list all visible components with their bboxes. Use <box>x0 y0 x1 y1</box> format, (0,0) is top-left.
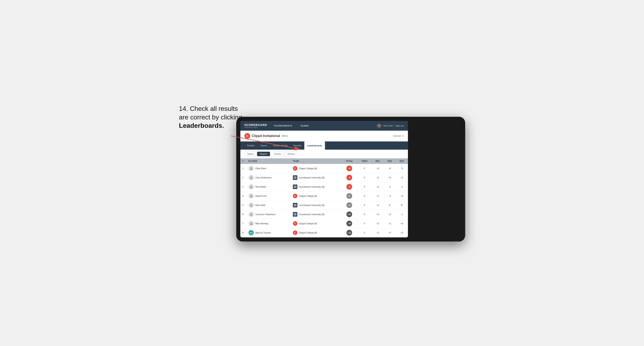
tab-details[interactable]: Details <box>244 142 258 150</box>
tab-teams[interactable]: Teams <box>258 142 270 150</box>
team-icon <box>293 212 297 217</box>
nav-teams[interactable]: TEAMS <box>298 124 310 128</box>
score-badge: +1 <box>346 202 352 208</box>
cell-total: E <box>341 191 357 201</box>
cell-rank: 8 <box>240 228 246 237</box>
team-icon: C <box>293 230 297 235</box>
cell-thru: F <box>357 191 372 201</box>
filter-strokes[interactable]: Strokes <box>285 152 298 156</box>
player-avatar <box>248 202 254 208</box>
cell-rank: 3 <box>240 182 246 191</box>
player-avatar: MT <box>248 230 254 235</box>
svg-point-2 <box>250 167 252 169</box>
svg-rect-5 <box>294 177 296 178</box>
cell-rank: 2 <box>240 173 246 182</box>
filter-bar: Teams Players Scores Strokes <box>240 150 408 159</box>
cell-rd2: E <box>384 201 396 210</box>
score-badge: +9 <box>346 221 352 226</box>
col-rank: # <box>240 159 246 164</box>
cell-rd3: -1 <box>396 182 408 191</box>
filter-players[interactable]: Players <box>257 152 270 156</box>
cell-rd1: +5 <box>372 210 384 219</box>
col-player: PLAYER <box>246 159 291 164</box>
player-avatar <box>248 184 254 189</box>
svg-rect-19 <box>294 215 296 215</box>
cell-total: +1 <box>341 201 357 210</box>
tab-leaderboards[interactable]: Leaderboards <box>304 142 325 150</box>
cell-team: CClippd College [A] <box>291 219 342 228</box>
player-name: Marcus Turners <box>256 231 271 234</box>
svg-point-3 <box>250 176 252 177</box>
team-name: Clippd College [A] <box>299 222 317 225</box>
team-icon <box>293 203 297 207</box>
score-badge: +6 <box>346 211 352 217</box>
cell-thru: F <box>357 201 372 210</box>
col-rd3: RD3 <box>396 159 408 164</box>
cell-player: Elliot Ebert <box>246 164 291 173</box>
svg-rect-14 <box>294 205 296 205</box>
player-name: Chris Robertson <box>256 176 272 179</box>
cell-team: Scoreboard University [A] <box>291 173 342 182</box>
col-rd2: RD2 <box>384 159 396 164</box>
player-name: David Ford <box>256 195 266 197</box>
tablet-device: SCOREBOARD Powered by clippd TOURNAMENTS… <box>236 117 465 241</box>
team-name: Clippd College [A] <box>299 231 317 234</box>
team-name: Scoreboard University [A] <box>299 185 324 188</box>
cell-player: Rees Britt <box>246 201 291 210</box>
cell-rank: 4 <box>240 191 246 201</box>
team-icon: C <box>293 166 297 171</box>
col-thru: THRU <box>357 159 372 164</box>
cell-team: CClippd College [A] <box>291 164 342 173</box>
team-name: Scoreboard University [A] <box>299 176 324 179</box>
signout-link[interactable]: Sign out <box>396 125 404 127</box>
cell-rd3: +3 <box>396 191 408 201</box>
page-wrapper: 14. Check all results are correct by cli… <box>179 105 465 241</box>
filter-teams[interactable]: Teams <box>244 152 256 156</box>
cell-rd3: -4 <box>396 173 408 182</box>
score-badge: E <box>346 193 352 199</box>
cell-team: CClippd College [A] <box>291 191 342 201</box>
cancel-button[interactable]: Cancel ✕ <box>393 135 404 137</box>
tab-course-setup[interactable]: Course Setup <box>270 142 291 150</box>
table-row: 3Rich ButlerScoreboard University [A]-2F… <box>240 182 408 191</box>
navbar-left: SCOREBOARD Powered by clippd TOURNAMENTS… <box>244 123 310 128</box>
team-name: Clippd College [A] <box>299 195 317 197</box>
gender-badge: (Men) <box>282 135 288 137</box>
svg-point-16 <box>250 213 252 214</box>
player-name: Rees Britt <box>256 204 265 206</box>
sub-nav: Details Teams Course Setup Results Leade… <box>240 142 408 150</box>
svg-rect-8 <box>294 186 296 186</box>
cell-rd2: +5 <box>384 173 396 182</box>
table-row: 7Blair McHargCClippd College [A]+9F+2+1+… <box>240 219 408 228</box>
user-label: Test User | <box>383 125 394 127</box>
player-avatar <box>248 193 254 199</box>
score-badge: +11 <box>346 230 352 236</box>
team-name: Clippd College [A] <box>299 167 317 170</box>
cell-rd2: -6 <box>384 164 396 173</box>
tab-results[interactable]: Results <box>290 142 304 150</box>
cell-rd3: E <box>396 201 408 210</box>
cell-rd3: -5 <box>396 164 408 173</box>
svg-point-20 <box>250 222 252 223</box>
navbar-right: TU Test User | Sign out <box>377 123 404 128</box>
cell-player: Cameron Robertson <box>246 210 291 219</box>
player-name: Rich Butler <box>256 185 266 188</box>
filter-scores[interactable]: Scores <box>272 152 284 156</box>
cell-rd1: -5 <box>372 173 384 182</box>
table-row: 1Elliot EbertCClippd College [A]-8F+3-6-… <box>240 164 408 173</box>
col-total: TOTAL <box>341 159 357 164</box>
cell-rd1: +3 <box>372 164 384 173</box>
cell-team: Scoreboard University [A] <box>291 182 342 191</box>
cell-thru: F <box>357 210 372 219</box>
player-name: Blair McHarg <box>256 222 268 225</box>
annotation-line2: are correct by clicking <box>179 114 242 121</box>
cell-rank: 1 <box>240 164 246 173</box>
cell-total: +11 <box>341 228 357 237</box>
team-name: Scoreboard University [A] <box>299 213 324 215</box>
svg-rect-18 <box>294 214 296 214</box>
cell-thru: F <box>357 173 372 182</box>
tournament-icon: C <box>244 133 250 139</box>
cell-thru: F <box>357 164 372 173</box>
nav-tournaments[interactable]: TOURNAMENTS <box>272 124 294 128</box>
team-icon: C <box>293 194 297 198</box>
